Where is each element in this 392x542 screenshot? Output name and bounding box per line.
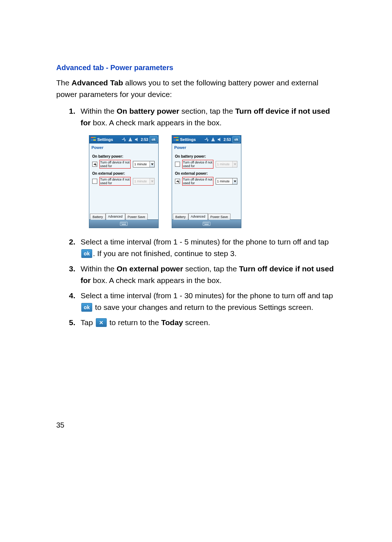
battery-interval-dropdown: 1 minute [216, 161, 237, 167]
battery-check-label[interactable]: Turn off device if not used for [99, 160, 131, 169]
connectivity-icon[interactable] [121, 137, 127, 142]
step-text: Select a time interval (from 1 - 30 minu… [81, 290, 336, 313]
title-text: Settings [180, 137, 196, 142]
t: box. A check mark appears in the box. [91, 118, 222, 127]
tab-advanced[interactable]: Advanced [106, 213, 125, 220]
external-group-label: On external power: [92, 171, 155, 175]
t: to return to the [107, 318, 161, 327]
intro-text-pre: The [56, 78, 72, 87]
svg-rect-2 [122, 223, 123, 223]
step-1: 1. Within the On battery power section, … [69, 105, 336, 129]
dropdown-value: 1 minute [133, 162, 150, 166]
svg-rect-1 [121, 223, 122, 223]
figure-row: Settings 2:53 ok Power On battery power:… [89, 135, 336, 228]
svg-rect-9 [205, 223, 205, 223]
dropdown-value: 1 minute [216, 179, 232, 183]
external-check-label[interactable]: Turn off device if not used for [99, 177, 131, 186]
step-4: 4. Select a time interval (from 1 - 30 m… [69, 290, 336, 313]
start-icon[interactable] [173, 137, 179, 142]
step-number: 3. [69, 263, 81, 286]
section-heading: Advanced tab - Power parameters [56, 64, 336, 72]
document-page: Advanced tab - Power parameters The Adva… [0, 0, 392, 542]
device-screenshot-right: Settings 2:53 ok Power On battery power:… [172, 135, 241, 228]
tab-battery[interactable]: Battery [173, 214, 188, 220]
t: Within the [81, 264, 117, 273]
signal-icon[interactable] [210, 137, 216, 142]
intro-bold: Advanced Tab [72, 78, 123, 87]
volume-icon[interactable] [134, 137, 140, 142]
tab-bar: Battery Advanced Power Save [89, 211, 158, 219]
soft-key-bar [172, 219, 241, 228]
t: On external power [117, 264, 183, 273]
t: Select a time interval (from 1 - 5 minut… [81, 238, 329, 246]
connectivity-icon[interactable] [204, 137, 209, 142]
step-number: 5. [69, 317, 81, 328]
start-icon[interactable] [91, 137, 96, 142]
svg-rect-13 [204, 224, 209, 225]
clock: 2:53 [141, 138, 148, 142]
tab-power-save[interactable]: Power Save [125, 214, 148, 220]
external-row: Turn off device if not used for 1 minute [92, 177, 155, 186]
page-number: 35 [56, 421, 64, 429]
volume-icon[interactable] [217, 137, 222, 142]
step-2: 2. Select a time interval (from 1 - 5 mi… [69, 236, 336, 259]
svg-rect-12 [208, 223, 209, 223]
external-group-label: On external power: [175, 171, 238, 175]
t: box. A check mark appears in the box. [91, 276, 222, 284]
panel-content: On battery power: Turn off device if not… [172, 151, 241, 211]
device-screenshot-left: Settings 2:53 ok Power On battery power:… [89, 135, 159, 228]
step-text: Tap to return to the Today screen. [81, 317, 336, 328]
battery-group-label: On battery power: [92, 154, 155, 158]
svg-rect-10 [206, 223, 207, 223]
app-header: Power [89, 143, 158, 151]
external-checkbox[interactable] [175, 179, 180, 184]
external-interval-dropdown[interactable]: 1 minute [216, 178, 237, 185]
step-text: Within the On external power section, ta… [81, 263, 336, 286]
tab-battery[interactable]: Battery [90, 214, 106, 220]
chevron-down-icon [150, 161, 154, 167]
battery-interval-dropdown[interactable]: 1 minute [133, 161, 155, 167]
svg-rect-0 [120, 222, 127, 226]
ok-button[interactable]: ok [150, 136, 158, 143]
svg-rect-4 [124, 223, 125, 223]
external-row: Turn off device if not used for 1 minute [175, 177, 238, 186]
t: Tap [81, 318, 95, 327]
step-number: 4. [69, 290, 81, 313]
title-text: Settings [97, 137, 113, 142]
signal-icon[interactable] [127, 137, 133, 142]
svg-rect-3 [123, 223, 124, 223]
keyboard-icon[interactable] [203, 221, 211, 227]
t: Select a time interval (from 1 - 30 minu… [81, 291, 333, 300]
battery-check-label[interactable]: Turn off device if not used for [182, 160, 213, 169]
app-header: Power [172, 143, 241, 151]
tab-advanced[interactable]: Advanced [188, 213, 208, 220]
battery-row: Turn off device if not used for 1 minute [175, 160, 238, 169]
svg-rect-7 [203, 222, 210, 226]
step-text: Within the On battery power section, tap… [81, 105, 336, 129]
external-check-label[interactable]: Turn off device if not used for [182, 177, 213, 186]
t: Today [161, 318, 183, 327]
step-5: 5. Tap to return to the Today screen. [69, 317, 336, 328]
step-number: 1. [69, 105, 81, 129]
chevron-down-icon [150, 178, 154, 184]
svg-rect-11 [207, 223, 208, 223]
tab-power-save[interactable]: Power Save [208, 214, 231, 220]
t: On battery power [117, 107, 179, 115]
step-text: Select a time interval (from 1 - 5 minut… [81, 236, 336, 259]
battery-checkbox[interactable] [175, 162, 180, 167]
t: screen. [183, 318, 210, 327]
dropdown-value: 1 minute [133, 179, 150, 183]
soft-key-bar [89, 219, 158, 228]
steps-list-cont: 2. Select a time interval (from 1 - 5 mi… [56, 236, 336, 328]
clock: 2:53 [224, 138, 231, 142]
battery-row: Turn off device if not used for 1 minute [92, 160, 155, 169]
external-checkbox[interactable] [92, 179, 97, 184]
intro-paragraph: The Advanced Tab allows you to set the f… [56, 77, 336, 100]
ok-inline-button[interactable]: ok [81, 303, 92, 312]
keyboard-icon[interactable] [120, 221, 128, 227]
panel-content: On battery power: Turn off device if not… [89, 151, 158, 211]
ok-inline-button[interactable]: ok [81, 249, 92, 258]
close-inline-button[interactable] [96, 318, 107, 327]
ok-button[interactable]: ok [232, 136, 240, 143]
battery-checkbox[interactable] [92, 162, 97, 167]
